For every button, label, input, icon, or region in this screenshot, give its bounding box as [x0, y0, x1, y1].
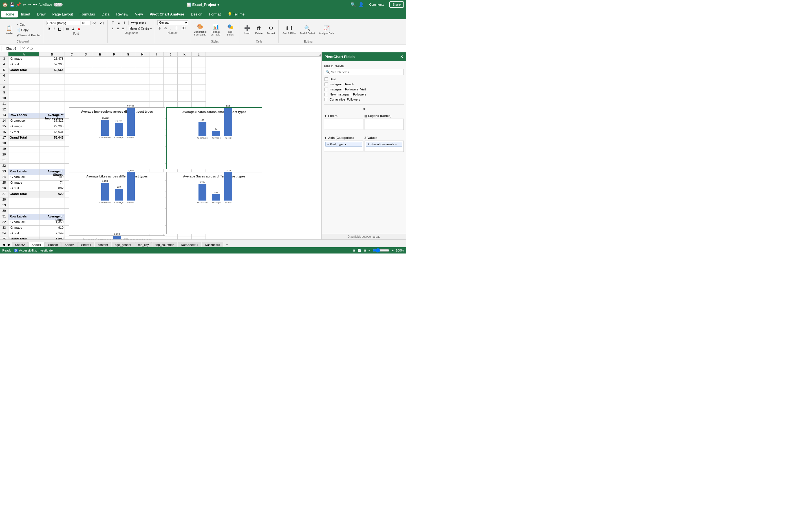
- cell-empty[interactable]: [93, 119, 107, 124]
- cell-col-b[interactable]: [40, 203, 65, 209]
- cell-empty[interactable]: [149, 186, 163, 192]
- cell-empty[interactable]: [65, 214, 79, 220]
- col-header-d[interactable]: D: [79, 52, 93, 56]
- percent-button[interactable]: %: [162, 25, 168, 31]
- cell-empty[interactable]: [65, 85, 79, 91]
- menu-item-tell-me[interactable]: 💡 Tell me: [224, 11, 248, 17]
- cell-col-b[interactable]: 50,664: [40, 68, 65, 73]
- merge-centre-button[interactable]: Merge & Centre ▾: [128, 26, 153, 31]
- cell-empty[interactable]: [107, 226, 121, 231]
- cell-empty[interactable]: [135, 73, 149, 79]
- cell-empty[interactable]: [121, 220, 135, 226]
- cell-empty[interactable]: [93, 79, 107, 85]
- cell-col-a[interactable]: IG reel: [8, 231, 40, 237]
- cut-button[interactable]: ✂ Cut: [15, 22, 42, 27]
- cell-empty[interactable]: [177, 102, 192, 107]
- menu-item-insert[interactable]: Insert: [18, 11, 34, 17]
- cell-empty[interactable]: [163, 57, 177, 62]
- format-painter-button[interactable]: 🖌 Format Painter: [15, 33, 42, 38]
- cell-empty[interactable]: [93, 152, 107, 158]
- cell-empty[interactable]: [177, 113, 192, 119]
- cell-empty[interactable]: [149, 164, 163, 169]
- cell-empty[interactable]: [163, 147, 177, 152]
- cell-empty[interactable]: [192, 209, 206, 214]
- cell-empty[interactable]: [93, 192, 107, 198]
- align-middle-button[interactable]: ≡: [116, 20, 121, 25]
- cell-empty[interactable]: [65, 203, 79, 209]
- cell-col-b[interactable]: 1,892: [40, 237, 65, 239]
- cell-empty[interactable]: [135, 226, 149, 231]
- cell-empty[interactable]: [107, 68, 121, 73]
- cell-empty[interactable]: [149, 175, 163, 180]
- cell-empty[interactable]: [93, 164, 107, 169]
- cell-empty[interactable]: [79, 158, 93, 164]
- cell-empty[interactable]: [79, 73, 93, 79]
- cell-empty[interactable]: [135, 192, 149, 198]
- cell-empty[interactable]: [121, 119, 135, 124]
- cell-empty[interactable]: [163, 107, 177, 113]
- cell-empty[interactable]: [192, 192, 206, 198]
- cell-empty[interactable]: [107, 96, 121, 102]
- cell-empty[interactable]: [135, 198, 149, 203]
- axis-field-dropdown[interactable]: ▾: [345, 143, 346, 146]
- cell-col-b[interactable]: [40, 107, 65, 113]
- cell-empty[interactable]: [65, 186, 79, 192]
- cell-empty[interactable]: [121, 186, 135, 192]
- cell-empty[interactable]: [121, 175, 135, 180]
- cell-empty[interactable]: [135, 113, 149, 119]
- cell-col-a[interactable]: IG reel: [8, 62, 40, 68]
- cell-empty[interactable]: [177, 164, 192, 169]
- cell-empty[interactable]: [79, 91, 93, 96]
- cell-empty[interactable]: [177, 203, 192, 209]
- col-header-j[interactable]: J: [163, 52, 177, 56]
- cell-empty[interactable]: [135, 220, 149, 226]
- cell-empty[interactable]: [79, 186, 93, 192]
- home-icon[interactable]: 🏠: [2, 2, 8, 7]
- cell-empty[interactable]: [121, 141, 135, 147]
- cell-empty[interactable]: [163, 73, 177, 79]
- name-box[interactable]: [1, 46, 21, 51]
- cell-empty[interactable]: [93, 130, 107, 135]
- col-header-a[interactable]: A: [8, 52, 40, 56]
- cell-empty[interactable]: [107, 119, 121, 124]
- cell-empty[interactable]: [93, 220, 107, 226]
- cell-col-b[interactable]: [40, 147, 65, 152]
- decrease-font-button[interactable]: A↓: [99, 20, 106, 25]
- cell-empty[interactable]: [65, 130, 79, 135]
- col-header-c[interactable]: C: [65, 52, 79, 56]
- accounting-button[interactable]: $: [157, 25, 162, 31]
- cell-col-b[interactable]: [40, 73, 65, 79]
- cell-col-b[interactable]: Average of Shares: [40, 169, 65, 175]
- cell-empty[interactable]: [121, 192, 135, 198]
- cell-col-a[interactable]: [8, 147, 40, 152]
- cell-empty[interactable]: [107, 73, 121, 79]
- align-left-button[interactable]: ≡: [110, 26, 115, 31]
- values-field-dropdown[interactable]: ▾: [395, 143, 397, 146]
- cell-empty[interactable]: [149, 102, 163, 107]
- cell-col-a[interactable]: [8, 79, 40, 85]
- cell-empty[interactable]: [93, 203, 107, 209]
- cell-empty[interactable]: [163, 220, 177, 226]
- cell-empty[interactable]: [177, 192, 192, 198]
- cell-empty[interactable]: [107, 175, 121, 180]
- cell-empty[interactable]: [135, 85, 149, 91]
- cell-empty[interactable]: [93, 147, 107, 152]
- field-checkbox-date[interactable]: [324, 77, 328, 81]
- cell-empty[interactable]: [192, 91, 206, 96]
- cell-empty[interactable]: [163, 231, 177, 237]
- cell-empty[interactable]: [163, 68, 177, 73]
- underline-button[interactable]: U: [57, 26, 62, 32]
- cell-empty[interactable]: [121, 91, 135, 96]
- field-item-cumulative-followers[interactable]: Cumulative_Followers: [324, 97, 404, 102]
- cell-empty[interactable]: [93, 62, 107, 68]
- cell-empty[interactable]: [121, 169, 135, 175]
- cell-empty[interactable]: [93, 169, 107, 175]
- cell-empty[interactable]: [177, 62, 192, 68]
- cell-empty[interactable]: [177, 186, 192, 192]
- cell-empty[interactable]: [107, 164, 121, 169]
- cell-empty[interactable]: [93, 85, 107, 91]
- cell-empty[interactable]: [93, 186, 107, 192]
- cell-col-a[interactable]: Grand Total: [8, 237, 40, 239]
- col-header-k[interactable]: K: [177, 52, 192, 56]
- cell-col-b[interactable]: 910: [40, 226, 65, 231]
